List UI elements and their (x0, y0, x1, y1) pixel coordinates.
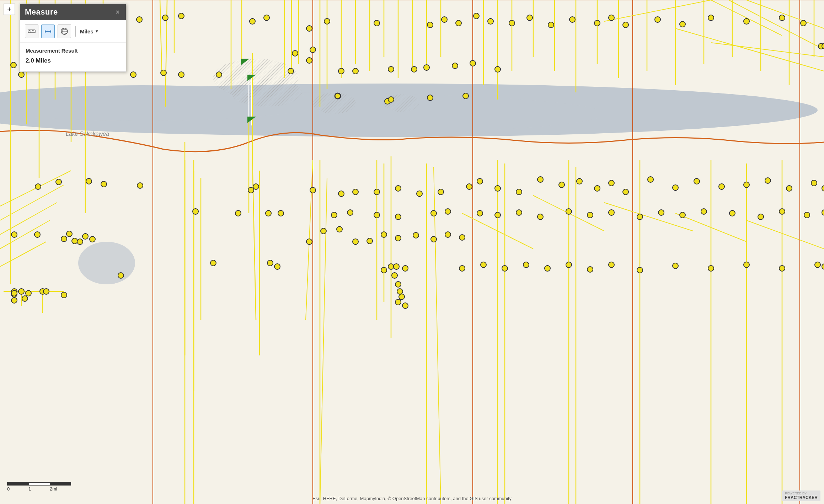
svg-point-250 (481, 262, 486, 268)
svg-point-168 (235, 210, 241, 216)
svg-line-25 (0, 203, 57, 235)
svg-point-204 (11, 289, 17, 294)
svg-line-86 (434, 167, 441, 504)
measure-divider (75, 26, 76, 37)
svg-point-237 (804, 212, 810, 218)
svg-point-105 (264, 15, 269, 21)
svg-point-219 (459, 235, 465, 240)
svg-point-239 (388, 264, 394, 269)
zoom-in-button[interactable]: + (4, 4, 15, 15)
svg-point-243 (397, 289, 403, 294)
flag-marker-2 (247, 75, 256, 121)
svg-point-139 (338, 68, 344, 74)
scale-labels: 0 1 2mi (7, 486, 71, 492)
svg-point-8 (384, 94, 419, 112)
svg-point-246 (402, 303, 408, 309)
svg-point-206 (40, 289, 46, 294)
svg-point-134 (216, 72, 222, 77)
svg-point-200 (72, 238, 77, 244)
svg-point-159 (310, 187, 316, 193)
svg-point-228 (587, 212, 593, 218)
svg-point-231 (658, 210, 664, 215)
svg-line-72 (675, 28, 824, 71)
svg-point-213 (367, 238, 373, 244)
svg-point-127 (818, 43, 824, 49)
svg-point-4 (0, 85, 320, 121)
measure-area-button[interactable] (58, 25, 71, 38)
measure-distance-button[interactable] (41, 25, 55, 38)
svg-point-249 (459, 266, 465, 271)
svg-line-80 (320, 178, 327, 504)
svg-point-223 (477, 210, 483, 216)
svg-point-151 (463, 93, 469, 99)
svg-point-133 (178, 72, 184, 77)
svg-point-220 (267, 260, 273, 266)
svg-point-161 (353, 189, 358, 195)
attribution-text: Esri, HERE, DeLorme, MapmyIndia, © OpenS… (312, 496, 512, 501)
svg-line-24 (0, 185, 64, 220)
svg-point-194 (822, 186, 824, 191)
svg-point-212 (353, 239, 358, 245)
svg-point-188 (694, 178, 700, 184)
svg-point-9 (78, 242, 135, 284)
svg-point-148 (385, 98, 390, 104)
svg-point-198 (82, 234, 88, 239)
svg-line-74 (604, 0, 711, 21)
svg-line-99 (747, 220, 824, 249)
svg-line-77 (252, 160, 256, 320)
svg-point-104 (250, 18, 255, 24)
svg-point-263 (822, 264, 824, 269)
svg-point-208 (22, 296, 28, 301)
svg-line-31 (160, 0, 162, 71)
svg-point-191 (765, 178, 771, 183)
svg-point-106 (306, 26, 312, 31)
svg-point-140 (353, 68, 358, 74)
svg-point-229 (609, 210, 614, 215)
svg-point-226 (537, 214, 543, 220)
svg-point-120 (623, 22, 628, 28)
svg-point-266 (43, 289, 49, 294)
svg-point-197 (66, 231, 72, 237)
svg-point-145 (470, 60, 476, 66)
flag-marker-1 (240, 59, 250, 76)
svg-point-178 (495, 186, 501, 191)
measure-body: Measurement Result 2.0 Miles (20, 43, 126, 71)
svg-point-245 (395, 299, 401, 305)
svg-point-224 (495, 212, 501, 218)
svg-point-264 (11, 290, 17, 296)
scale-label-1: 1 (28, 486, 50, 492)
svg-point-225 (516, 210, 522, 215)
measure-title: Measure (25, 7, 58, 17)
svg-point-232 (680, 212, 685, 218)
svg-point-173 (374, 212, 380, 218)
svg-point-234 (729, 210, 735, 216)
measure-close-button[interactable]: × (114, 8, 121, 16)
svg-point-215 (395, 235, 401, 241)
measure-unit-selector[interactable]: Miles ▾ (80, 28, 98, 34)
svg-point-201 (77, 239, 83, 245)
svg-point-199 (90, 236, 95, 242)
svg-point-160 (338, 191, 344, 197)
svg-point-169 (266, 210, 271, 216)
svg-point-205 (18, 289, 24, 294)
measure-ruler-button[interactable] (25, 25, 38, 38)
svg-line-69 (711, 0, 782, 36)
svg-point-156 (137, 183, 143, 188)
svg-point-157 (248, 187, 254, 193)
svg-point-137 (306, 58, 312, 63)
svg-point-193 (811, 180, 817, 186)
svg-point-166 (466, 184, 472, 189)
svg-point-267 (11, 297, 17, 303)
svg-point-119 (609, 15, 614, 21)
svg-point-128 (822, 43, 824, 49)
svg-point-190 (744, 182, 749, 188)
svg-point-176 (445, 209, 451, 214)
svg-point-126 (801, 20, 806, 26)
scale-label-0: 0 (7, 486, 28, 492)
svg-point-155 (101, 181, 107, 187)
svg-point-235 (758, 214, 764, 220)
map-container[interactable]: Lake Sakakawea + Measure × (0, 0, 824, 504)
svg-point-7 (313, 92, 355, 114)
svg-line-95 (462, 213, 533, 249)
ruler-icon (28, 27, 36, 35)
